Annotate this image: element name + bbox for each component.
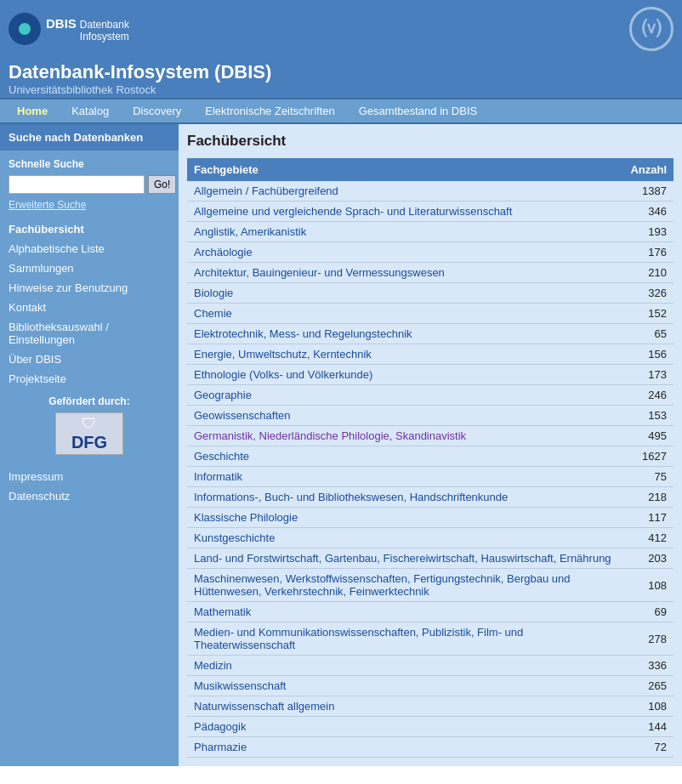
fach-link[interactable]: Germanistik, Niederländische Philologie,… (194, 429, 466, 442)
fach-count-cell: 173 (623, 365, 673, 385)
fach-count-cell: 346 (623, 202, 673, 222)
nav-home[interactable]: Home (5, 99, 60, 122)
fach-label-cell: Pädagogik (187, 717, 623, 737)
sidebar-item-datenschutz[interactable]: Datenschutz (0, 486, 179, 506)
fach-label-cell: Mathematik (187, 602, 623, 622)
nav-discovery[interactable]: Discovery (121, 99, 193, 122)
sidebar-item-alphabetische[interactable]: Alphabetische Liste (0, 239, 179, 258)
fach-count-cell: 336 (623, 656, 673, 676)
fach-link[interactable]: Allgemein / Fachübergreifend (194, 185, 338, 197)
dfg-text: DFG (71, 433, 107, 452)
fach-count-cell: 246 (623, 385, 673, 406)
table-row: Pädagogik144 (187, 717, 673, 737)
nav-gesamtbestand[interactable]: Gesamtbestand in DBIS (347, 99, 489, 122)
fach-label-cell: Biologie (187, 283, 623, 304)
section-title: Fachübersicht (187, 133, 673, 150)
fach-link[interactable]: Elektrotechnik, Mess- und Regelungstechn… (194, 327, 412, 340)
fach-label-cell: Archäologie (187, 242, 623, 263)
table-row: Archäologie176 (187, 242, 673, 263)
fach-count-cell: 278 (623, 622, 673, 656)
sidebar-item-kontakt[interactable]: Kontakt (0, 298, 179, 317)
fach-link[interactable]: Klassische Philologie (194, 511, 298, 524)
fach-label-cell: Elektrotechnik, Mess- und Regelungstechn… (187, 324, 623, 344)
table-row: Energie, Umweltschutz, Kerntechnik156 (187, 344, 673, 365)
fach-label-cell: Land- und Forstwirtschaft, Gartenbau, Fi… (187, 548, 623, 569)
fach-link[interactable]: Geographie (194, 389, 252, 401)
fach-link[interactable]: Chemie (194, 307, 232, 320)
fach-link[interactable]: Medien- und Kommunikationswissenschaften… (194, 626, 523, 651)
fach-link[interactable]: Informatik (194, 470, 242, 483)
search-input[interactable] (9, 175, 145, 194)
sidebar-menu: Fachübersicht Alphabetische Liste Sammlu… (0, 219, 179, 389)
university-icon: ⒱ (642, 16, 661, 42)
fach-label-cell: Ethnologie (Volks- und Völkerkunde) (187, 365, 623, 385)
fach-label-cell: Geowissenschaften (187, 406, 623, 426)
main-content: Fachübersicht Fachgebiete Anzahl Allgeme… (179, 124, 682, 766)
nav-zeitschriften[interactable]: Elektronische Zeitschriften (193, 99, 346, 122)
sidebar-item-projektseite[interactable]: Projektseite (0, 369, 179, 389)
table-row: Chemie152 (187, 304, 673, 324)
fach-link[interactable]: Medizin (194, 659, 232, 672)
fach-link[interactable]: Anglistik, Amerikanistik (194, 225, 306, 238)
fach-link[interactable]: Ethnologie (Volks- und Völkerkunde) (194, 368, 372, 381)
fach-count-cell: 265 (623, 676, 673, 696)
fach-link[interactable]: Maschinenwesen, Werkstoffwissenschaften,… (194, 572, 570, 598)
nav-katalog[interactable]: Katalog (60, 99, 121, 122)
sidebar-item-fachubersicht[interactable]: Fachübersicht (0, 219, 179, 239)
fach-link[interactable]: Geowissenschaften (194, 409, 290, 422)
fach-link[interactable]: Pädagogik (194, 720, 246, 733)
sidebar-item-bibliotheksauswahl[interactable]: Bibliotheksauswahl / Einstellungen (0, 317, 179, 349)
sidebar-item-uber-dbis[interactable]: Über DBIS (0, 349, 179, 369)
quick-search-label: Schnelle Suche (0, 154, 179, 172)
fach-label-cell: Geographie (187, 385, 623, 406)
table-row: Medien- und Kommunikationswissenschaften… (187, 622, 673, 656)
advanced-search-link[interactable]: Erweiterte Suche (0, 199, 179, 216)
fach-label-cell: Kunstgeschichte (187, 528, 623, 548)
fach-label-cell: Geschichte (187, 446, 623, 467)
dfg-logo: 🛡 DFG (55, 412, 123, 455)
header: DBIS DatenbankInfosystem ⒱ (0, 0, 682, 58)
fach-link[interactable]: Archäologie (194, 246, 253, 258)
logo-circle (9, 13, 41, 45)
fach-count-cell: 69 (623, 602, 673, 622)
fach-label-cell: Medien- und Kommunikationswissenschaften… (187, 622, 623, 656)
go-button[interactable]: Go! (148, 175, 176, 194)
fach-link[interactable]: Geschichte (194, 450, 249, 463)
fach-link[interactable]: Mathematik (194, 605, 251, 618)
sidebar-item-hinweise[interactable]: Hinweise zur Benutzung (0, 278, 179, 298)
fach-count-cell: 144 (623, 717, 673, 737)
fach-count-cell: 108 (623, 696, 673, 717)
fach-link[interactable]: Architektur, Bauingenieur- und Vermessun… (194, 266, 445, 279)
table-row: Mathematik69 (187, 602, 673, 622)
table-row: Ethnologie (Volks- und Völkerkunde)173 (187, 365, 673, 385)
table-row: Kunstgeschichte412 (187, 528, 673, 548)
fach-count-cell: 412 (623, 528, 673, 548)
fach-link[interactable]: Allgemeine und vergleichende Sprach- und… (194, 205, 512, 218)
fach-link[interactable]: Biologie (194, 287, 233, 299)
table-row: Pharmazie72 (187, 737, 673, 758)
sidebar-footer: Impressum Datenschutz (0, 467, 179, 506)
fach-label-cell: Musikwissenschaft (187, 676, 623, 696)
fach-link[interactable]: Naturwissenschaft allgemein (194, 700, 334, 713)
table-row: Elektrotechnik, Mess- und Regelungstechn… (187, 324, 673, 344)
fach-link[interactable]: Informations-, Buch- und Bibliothekswese… (194, 491, 508, 503)
sidebar-item-impressum[interactable]: Impressum (0, 467, 179, 486)
sidebar-item-sammlungen[interactable]: Sammlungen (0, 258, 179, 278)
table-row: Allgemeine und vergleichende Sprach- und… (187, 202, 673, 222)
quick-search-form: Go! (0, 172, 179, 199)
fach-link[interactable]: Pharmazie (194, 741, 247, 753)
fach-link[interactable]: Energie, Umweltschutz, Kerntechnik (194, 348, 372, 361)
fach-count-cell: 495 (623, 426, 673, 446)
fach-link[interactable]: Land- und Forstwirtschaft, Gartenbau, Fi… (194, 552, 611, 565)
col-anzahl: Anzahl (623, 158, 673, 181)
fach-link[interactable]: Musikwissenschaft (194, 679, 286, 692)
fach-count-cell: 218 (623, 487, 673, 508)
title-bar: Datenbank-Infosystem (DBIS) Universitäts… (0, 58, 682, 98)
fach-count-cell: 1387 (623, 181, 673, 202)
fach-table: Fachgebiete Anzahl Allgemein / Fachüberg… (187, 158, 673, 758)
fach-link[interactable]: Kunstgeschichte (194, 531, 275, 544)
fach-label-cell: Chemie (187, 304, 623, 324)
table-row: Musikwissenschaft265 (187, 676, 673, 696)
fach-count-cell: 117 (623, 508, 673, 528)
fach-count-cell: 108 (623, 569, 673, 602)
